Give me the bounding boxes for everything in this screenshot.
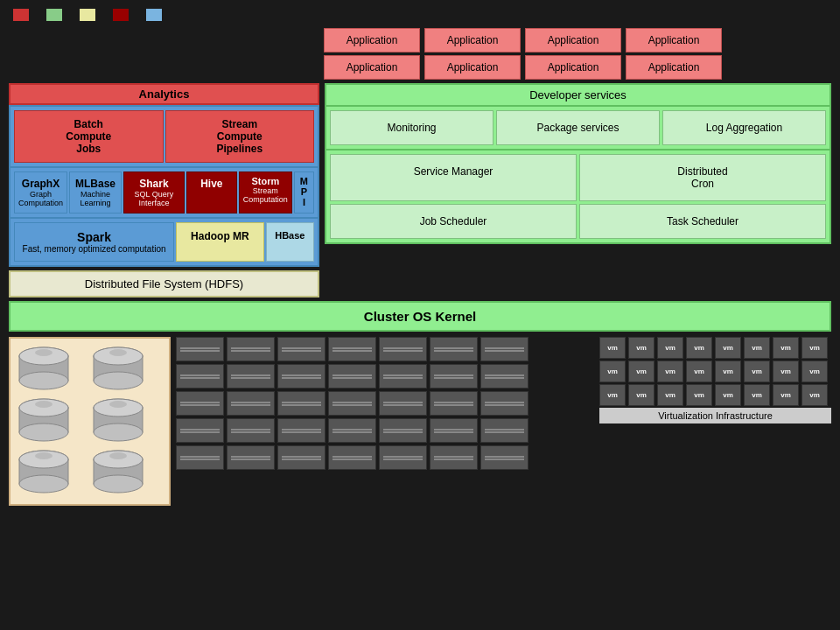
disk-icon (18, 346, 70, 394)
legend-color-green (46, 9, 62, 21)
legend-color-blue (146, 9, 162, 21)
hdfs-bar: Distributed File System (HDFS) (9, 270, 319, 298)
server-unit (277, 337, 326, 361)
apps-section: Application Application Application Appl… (324, 28, 831, 80)
disk-icon (92, 397, 144, 445)
app-box: Application (525, 28, 621, 52)
hbase-box: HBase (266, 222, 314, 262)
service-manager-box: Service Manager (330, 154, 577, 201)
spark-row: Spark Fast, memory optimized computation… (9, 219, 319, 267)
disk-icon (92, 346, 144, 394)
app-box: Application (626, 28, 722, 52)
server-unit (277, 364, 326, 388)
server-unit (430, 418, 478, 443)
vm-box: vm (599, 384, 626, 406)
graphx-box: GraphX GraphComputation (14, 172, 67, 214)
vm-box: vm (715, 384, 741, 406)
legend-darkred (113, 9, 129, 21)
diagram: Analytics BatchComputeJobs StreamCompute… (9, 83, 831, 298)
mpi-box: M P I (294, 172, 314, 214)
app-box: Application (424, 55, 521, 80)
server-unit (176, 391, 224, 416)
vm-row: vm vm vm vm vm vm vm vm (599, 337, 831, 359)
svg-point-29 (109, 452, 127, 459)
svg-point-9 (109, 349, 127, 356)
server-unit (328, 418, 376, 443)
legend-red (13, 9, 29, 21)
app-box: Application (324, 55, 420, 80)
server-unit (176, 418, 224, 443)
vm-box: vm (628, 360, 654, 382)
vm-box: vm (715, 337, 741, 359)
app-box: Application (424, 28, 521, 52)
storm-sub: StreamComputation (243, 186, 288, 204)
svg-point-4 (35, 349, 52, 356)
vm-box: vm (744, 360, 770, 382)
mlbase-box: MLBase MachineLearning (69, 172, 122, 214)
shark-box: Shark SQL QueryInterface (123, 172, 185, 214)
vm-box: vm (686, 384, 712, 406)
vm-row: vm vm vm vm vm vm vm vm (599, 384, 831, 406)
stream-compute-box: StreamComputePipelines (165, 110, 315, 163)
server-unit (176, 445, 224, 470)
server-unit (379, 364, 427, 388)
server-unit (379, 391, 427, 416)
apps-row-1: Application Application Application Appl… (324, 28, 831, 52)
vm-box: vm (802, 337, 828, 359)
storm-title: Storm (243, 176, 288, 186)
svg-point-12 (19, 424, 68, 441)
package-services-box: Package services (496, 110, 660, 145)
server-unit (328, 445, 376, 470)
server-unit (379, 337, 427, 361)
vm-box: vm (773, 337, 799, 359)
vm-box: vm (657, 360, 683, 382)
vm-box: vm (802, 360, 828, 382)
legend-row (9, 9, 831, 21)
vm-box: vm (715, 360, 741, 382)
svg-point-14 (35, 401, 52, 408)
vm-box: vm (773, 360, 799, 382)
server-unit (430, 445, 478, 470)
app-box: Application (525, 55, 621, 80)
hive-box: Hive (186, 172, 237, 214)
batch-compute-box: BatchComputeJobs (14, 110, 164, 163)
vm-row: vm vm vm vm vm vm vm vm (599, 360, 831, 382)
vm-box: vm (628, 337, 654, 359)
vm-box: vm (657, 384, 683, 406)
svg-point-27 (94, 475, 143, 493)
svg-point-17 (94, 424, 143, 441)
vm-box: vm (744, 337, 770, 359)
service-grid: Service Manager DistributedCron Job Sche… (325, 150, 831, 244)
job-scheduler-box: Job Scheduler (330, 204, 577, 239)
shark-sub: SQL QueryInterface (128, 190, 180, 207)
svg-point-22 (19, 475, 68, 493)
server-unit (227, 445, 275, 470)
developer-services-header: Developer services (325, 83, 831, 107)
svg-point-24 (35, 452, 52, 459)
legend-color-red (13, 9, 29, 21)
server-row (176, 337, 594, 361)
server-unit (328, 391, 376, 416)
monitoring-box: Monitoring (330, 110, 494, 145)
right-panel: Developer services Monitoring Package se… (325, 83, 831, 298)
vm-box: vm (686, 337, 712, 359)
virt-infra-label: Virtualization Infrastructure (599, 408, 831, 424)
developer-services-row: Monitoring Package services Log Aggregat… (325, 107, 831, 150)
server-unit (277, 445, 326, 470)
vm-box: vm (657, 337, 683, 359)
storage-section (9, 337, 171, 506)
analytics-bottom: GraphX GraphComputation MLBase MachineLe… (9, 168, 319, 219)
shark-title: Shark (128, 178, 180, 190)
server-unit (480, 364, 528, 388)
mlbase-title: MLBase (74, 178, 117, 190)
storm-box: Storm StreamComputation (239, 172, 292, 214)
left-panel: Analytics BatchComputeJobs StreamCompute… (9, 83, 319, 298)
main-container: Application Application Application Appl… (0, 0, 840, 630)
server-unit (480, 445, 528, 470)
legend-color-darkred (113, 9, 129, 21)
svg-point-19 (109, 401, 127, 408)
mlbase-sub: MachineLearning (74, 190, 117, 207)
server-unit (277, 418, 326, 443)
svg-point-2 (19, 372, 68, 389)
spark-sub: Fast, memory optimized computation (22, 244, 166, 254)
